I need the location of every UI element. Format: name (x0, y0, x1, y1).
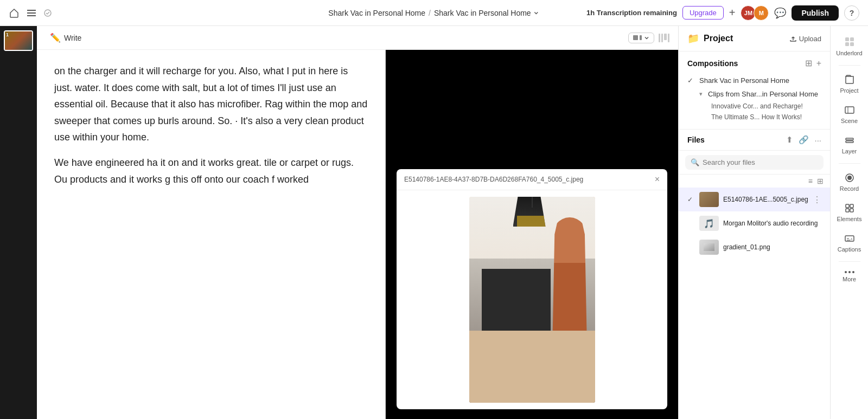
file-item-2[interactable]: 🎵 Morgan Molitor's audio recording (679, 211, 830, 235)
add-composition-button[interactable]: + (816, 58, 821, 68)
file-more-1[interactable]: ⋮ (813, 195, 821, 205)
comp-sub-item-1[interactable]: Innovative Cor... and Recharge! (687, 101, 821, 112)
editor-area: ✏️ Write (37, 26, 678, 419)
text-para-1: on the charger and it will recharge for … (54, 63, 368, 146)
panel-actions: Upload (789, 35, 821, 43)
layout-button[interactable] (628, 33, 654, 43)
editor-toolbar: ✏️ Write (37, 26, 678, 50)
files-search-area: 🔍 (679, 151, 830, 175)
breadcrumb-first[interactable]: Shark Vac in Personal Home (328, 9, 425, 17)
file-item-1[interactable]: ✓ E5140786-1AE...5005_c.jpeg ⋮ (679, 188, 830, 211)
upgrade-button[interactable]: Upgrade (682, 6, 724, 20)
right-panel-header: 📁 Project Upload (679, 26, 830, 51)
new-folder-button[interactable]: ⊞ (805, 58, 812, 68)
files-list: ✓ E5140786-1AE...5005_c.jpeg ⋮ 🎵 Morgan … (679, 188, 830, 419)
filmstrip-thumb-1[interactable]: 1 (4, 30, 33, 51)
main-layout: 1 ✏️ Write (0, 26, 868, 419)
svg-point-19 (852, 271, 854, 273)
popup-filename: E5140786-1AE8-4A37-8D7B-DA6D268FA760_4_5… (404, 176, 583, 183)
home-icon[interactable] (9, 8, 20, 18)
sidebar-item-layer[interactable]: Layer (831, 131, 868, 159)
autosave-status (43, 9, 52, 17)
upload-button[interactable]: Upload (789, 35, 821, 43)
comp-arrow-icon: ▾ (699, 91, 703, 98)
lamp-inner (517, 216, 547, 227)
svg-text:A: A (851, 237, 853, 241)
svg-rect-1 (704, 243, 714, 251)
right-panel: 📁 Project Upload Compositions ⊞ + (678, 26, 830, 419)
menu-icon[interactable] (25, 8, 38, 18)
file-thumb-2: 🎵 (699, 216, 719, 231)
sidebar-item-captions[interactable]: A Captions (831, 229, 868, 257)
grid-view-icon[interactable]: ⊞ (817, 177, 824, 185)
sidebar-divider-2 (839, 163, 860, 164)
chat-icon[interactable]: 💬 (774, 7, 786, 19)
person-figure (551, 217, 589, 331)
link-files-icon[interactable]: 🔗 (799, 135, 809, 145)
sidebar-item-record[interactable]: Record (831, 168, 868, 196)
svg-rect-6 (845, 107, 854, 113)
sidebar-item-underlord[interactable]: Underlord (831, 31, 868, 61)
kitchen-scene (469, 197, 595, 403)
breadcrumb-sep: / (429, 9, 431, 17)
upload-files-icon[interactable]: ⬆ (786, 135, 793, 145)
column-toggle[interactable] (659, 34, 669, 42)
write-button[interactable]: ✏️ Write (46, 30, 86, 45)
sidebar-label-layer: Layer (842, 148, 857, 154)
sidebar-item-project[interactable]: Project (831, 70, 868, 98)
help-button[interactable]: ? (844, 5, 859, 21)
file-info-1: E5140786-1AE...5005_c.jpeg (723, 196, 808, 203)
folder-icon: 📁 (687, 33, 699, 44)
comp-item-clips[interactable]: ▾ Clips from Shar...in Personal Home (687, 87, 821, 101)
nav-left (9, 8, 52, 18)
comp-item-main[interactable]: ✓ Shark Vac in Personal Home (687, 74, 821, 87)
breadcrumb-current[interactable]: Shark Vac in Personal Home (434, 9, 540, 17)
filmstrip: 1 (0, 26, 37, 419)
popup-overlay: E5140786-1AE8-4A37-8D7B-DA6D268FA760_4_5… (386, 169, 678, 419)
svg-rect-7 (846, 138, 853, 140)
comp-sub-item-2[interactable]: The Ultimate S... How It Works! (687, 112, 821, 123)
files-section: Files ⬆ 🔗 ··· 🔍 ≡ ⊞ ✓ (679, 130, 830, 419)
publish-button[interactable]: Publish (792, 5, 839, 21)
popup-close-button[interactable]: × (655, 175, 660, 184)
write-icon: ✏️ (50, 33, 61, 43)
text-panel[interactable]: on the charger and it will recharge for … (37, 50, 385, 419)
filter-icon[interactable]: ≡ (808, 177, 813, 185)
sidebar-item-more[interactable]: More (831, 266, 868, 287)
file-check-1: ✓ (687, 196, 695, 203)
file-thumb-1 (699, 192, 719, 207)
svg-rect-14 (850, 209, 853, 212)
svg-rect-13 (846, 209, 849, 212)
sidebar-item-elements[interactable]: Elements (831, 198, 868, 227)
sidebar-label-more: More (843, 276, 856, 282)
search-input[interactable] (703, 158, 818, 166)
add-button[interactable]: + (729, 7, 736, 19)
lamp-cord (532, 197, 533, 208)
file-thumb-3 (699, 240, 719, 255)
nav-center: Shark Vac in Personal Home / Shark Vac i… (328, 9, 539, 17)
sidebar-label-elements: Elements (837, 216, 862, 222)
sidebar-item-scene[interactable]: Scene (831, 100, 868, 128)
section-header-compositions: Compositions ⊞ + (687, 58, 821, 68)
sidebar-divider-3 (839, 261, 860, 262)
file-name-1: E5140786-1AE...5005_c.jpeg (723, 196, 808, 203)
avatar-group: JM M (741, 5, 769, 21)
text-para-2: We have engineered ha it on and it works… (54, 154, 368, 188)
video-preview (386, 50, 678, 169)
kitchen-island (482, 269, 551, 331)
svg-rect-3 (850, 37, 854, 41)
breadcrumb: Shark Vac in Personal Home / Shark Vac i… (328, 9, 539, 17)
editor-content: on the charger and it will recharge for … (37, 50, 678, 419)
toolbar-right (628, 33, 669, 43)
file-info-2: Morgan Molitor's audio recording (723, 220, 821, 227)
file-item-3[interactable]: gradient_01.png (679, 235, 830, 259)
file-preview-popup: E5140786-1AE8-4A37-8D7B-DA6D268FA760_4_5… (397, 169, 667, 409)
compositions-section: Compositions ⊞ + ✓ Shark Vac in Personal… (679, 51, 830, 130)
svg-rect-11 (846, 204, 849, 208)
more-files-icon[interactable]: ··· (814, 136, 821, 145)
sidebar-label-captions: Captions (838, 246, 861, 253)
svg-rect-4 (845, 42, 849, 46)
compositions-actions: ⊞ + (805, 58, 821, 68)
svg-point-17 (845, 271, 847, 273)
popup-header: E5140786-1AE8-4A37-8D7B-DA6D268FA760_4_5… (397, 169, 667, 190)
